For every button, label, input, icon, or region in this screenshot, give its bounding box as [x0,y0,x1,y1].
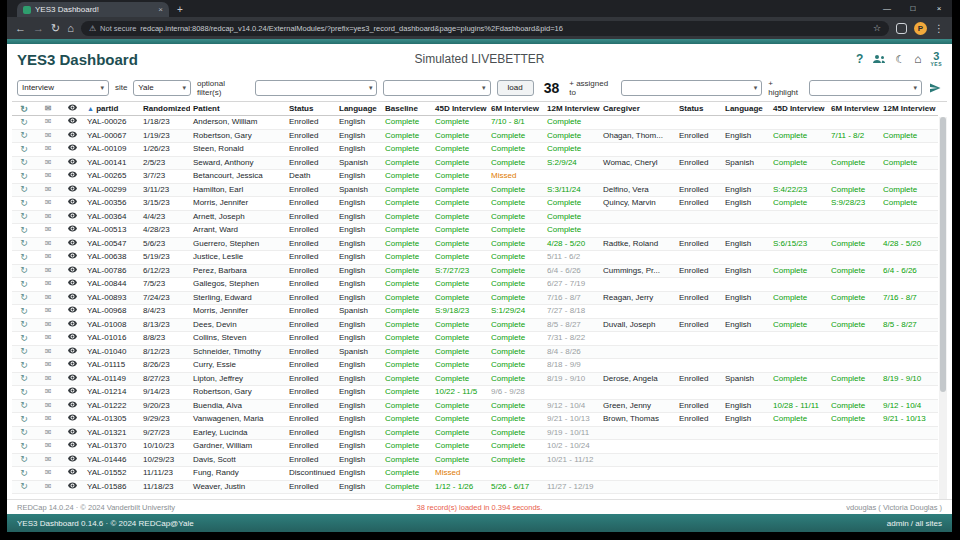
view-record-icon[interactable] [68,455,77,464]
table-row[interactable]: ↻✉YAL-013219/27/23Earley, LucindaEnrolle… [12,426,938,440]
table-row[interactable]: ↻✉YAL-003644/4/23Arnett, JosephEnrolledE… [12,210,938,224]
email-record-icon[interactable]: ✉ [45,185,52,194]
table-row[interactable]: ↻✉YAL-010088/13/23Dees, DevinEnrolledEng… [12,318,938,332]
column-header-patient[interactable]: Patient [190,102,286,116]
view-column-header[interactable] [60,102,84,116]
view-record-icon[interactable] [68,414,77,423]
refresh-record-icon[interactable]: ↻ [20,252,28,262]
email-record-icon[interactable]: ✉ [45,198,52,207]
refresh-record-icon[interactable]: ↻ [20,198,28,208]
extensions-icon[interactable] [896,23,907,34]
email-record-icon[interactable]: ✉ [45,252,52,261]
dashboard-home-icon[interactable]: ⌂ [914,52,921,66]
view-record-icon[interactable] [68,279,77,288]
table-row[interactable]: ↻✉YAL-003563/15/23Morris, JenniferEnroll… [12,197,938,211]
table-row[interactable]: ↻✉YAL-013059/29/23Vanwagenen, MariaEnrol… [12,413,938,427]
table-row[interactable]: ↻✉YAL-005134/28/23Arrant, WardEnrolledEn… [12,224,938,238]
table-row[interactable]: ↻✉YAL-006385/19/23Justice, LeslieEnrolle… [12,251,938,265]
table-row[interactable]: ↻✉YAL-002653/7/23Betancourt, JessicaDeat… [12,170,938,184]
column-header-caregiver-45d[interactable]: 45D Interview [770,102,828,116]
refresh-record-icon[interactable]: ↻ [20,333,28,343]
refresh-record-icon[interactable]: ↻ [20,454,28,464]
view-record-icon[interactable] [68,320,77,329]
view-record-icon[interactable] [68,482,77,491]
site-select[interactable]: Yale ▾ [133,80,191,96]
view-record-icon[interactable] [68,198,77,207]
table-row[interactable]: ↻✉YAL-001091/26/23Steen, RonaldEnrolledE… [12,143,938,157]
email-record-icon[interactable]: ✉ [45,387,52,396]
view-record-icon[interactable] [68,374,77,383]
optional-filter-1-select[interactable]: ▾ [255,80,377,96]
refresh-record-icon[interactable]: ↻ [20,414,28,424]
column-header-baseline[interactable]: Baseline [382,102,432,116]
table-row[interactable]: ↻✉YAL-008447/5/23Gallegos, StephenEnroll… [12,278,938,292]
table-row[interactable]: ↻✉YAL-011498/27/23Lipton, JeffreyEnrolle… [12,372,938,386]
browser-menu-icon[interactable]: ⋮ [934,23,944,34]
back-icon[interactable]: ← [15,23,26,34]
table-row[interactable]: ↻✉YAL-0144610/29/23Davis, ScottEnrolledE… [12,453,938,467]
view-record-icon[interactable] [68,468,77,477]
email-record-icon[interactable]: ✉ [45,266,52,275]
refresh-record-icon[interactable]: ↻ [20,481,28,491]
column-header-12m-interview[interactable]: 12M Interview [544,102,600,116]
table-row[interactable]: ↻✉YAL-012229/20/23Buendia, AlvaEnrolledE… [12,399,938,413]
email-record-icon[interactable]: ✉ [45,306,52,315]
refresh-record-icon[interactable]: ↻ [20,144,28,154]
refresh-record-icon[interactable]: ↻ [20,373,28,383]
email-record-icon[interactable]: ✉ [45,401,52,410]
refresh-record-icon[interactable]: ↻ [20,292,28,302]
email-record-icon[interactable]: ✉ [45,455,52,464]
refresh-record-icon[interactable]: ↻ [20,400,28,410]
view-record-icon[interactable] [68,441,77,450]
email-record-icon[interactable]: ✉ [45,320,52,329]
cohort-select[interactable]: Interview ▾ [17,80,109,96]
refresh-record-icon[interactable]: ↻ [20,387,28,397]
email-column-header[interactable]: ✉ [36,102,60,116]
email-record-icon[interactable]: ✉ [45,428,52,437]
email-record-icon[interactable]: ✉ [45,441,52,450]
email-record-icon[interactable]: ✉ [45,131,52,140]
column-header-caregiver-status[interactable]: Status [676,102,722,116]
view-record-icon[interactable] [68,360,77,369]
profile-avatar[interactable]: P [914,22,927,35]
email-record-icon[interactable]: ✉ [45,360,52,369]
email-record-icon[interactable]: ✉ [45,212,52,221]
email-record-icon[interactable]: ✉ [45,374,52,383]
refresh-record-icon[interactable]: ↻ [20,211,28,221]
help-icon[interactable]: ? [856,52,863,66]
table-row[interactable]: ↻✉YAL-002993/11/23Hamilton, EarlEnrolled… [12,183,938,197]
table-row[interactable]: ↻✉YAL-011158/26/23Curry, EssieEnrolledEn… [12,359,938,373]
users-icon[interactable] [872,54,886,64]
view-record-icon[interactable] [68,171,77,180]
new-tab-button[interactable]: + [177,4,183,15]
refresh-record-icon[interactable]: ↻ [20,306,28,316]
table-row[interactable]: ↻✉YAL-010408/12/23Schneider, TimothyEnro… [12,345,938,359]
column-header-partid[interactable]: ▲ partid [84,102,140,116]
optional-filter-2-select[interactable]: ▾ [383,80,490,96]
email-record-icon[interactable]: ✉ [45,333,52,342]
refresh-record-icon[interactable]: ↻ [20,279,28,289]
email-record-icon[interactable]: ✉ [45,347,52,356]
scrollbar-thumb[interactable] [940,117,946,392]
table-row[interactable]: ↻✉YAL-007866/12/23Perez, BarbaraEnrolled… [12,264,938,278]
dark-mode-moon-icon[interactable]: ☾ [895,53,905,66]
refresh-record-icon[interactable]: ↻ [20,184,28,194]
email-record-icon[interactable]: ✉ [45,117,52,126]
table-scrollbar[interactable] [939,117,947,499]
email-record-icon[interactable]: ✉ [45,414,52,423]
refresh-record-icon[interactable]: ↻ [20,346,28,356]
refresh-record-icon[interactable]: ↻ [20,265,28,275]
email-record-icon[interactable]: ✉ [45,293,52,302]
refresh-record-icon[interactable]: ↻ [20,157,28,167]
view-record-icon[interactable] [68,144,77,153]
view-record-icon[interactable] [68,117,77,126]
view-record-icon[interactable] [68,306,77,315]
table-row[interactable]: ↻✉YAL-000671/19/23Robertson, GaryEnrolle… [12,129,938,143]
table-row[interactable]: ↻✉YAL-0158611/18/23Weaver, JustinEnrolle… [12,480,938,494]
table-row[interactable]: ↻✉YAL-001412/5/23Seward, AnthonyEnrolled… [12,156,938,170]
view-record-icon[interactable] [68,266,77,275]
column-header-caregiver-language[interactable]: Language [722,102,770,116]
refresh-record-icon[interactable]: ↻ [20,468,28,478]
view-record-icon[interactable] [68,185,77,194]
view-record-icon[interactable] [68,428,77,437]
